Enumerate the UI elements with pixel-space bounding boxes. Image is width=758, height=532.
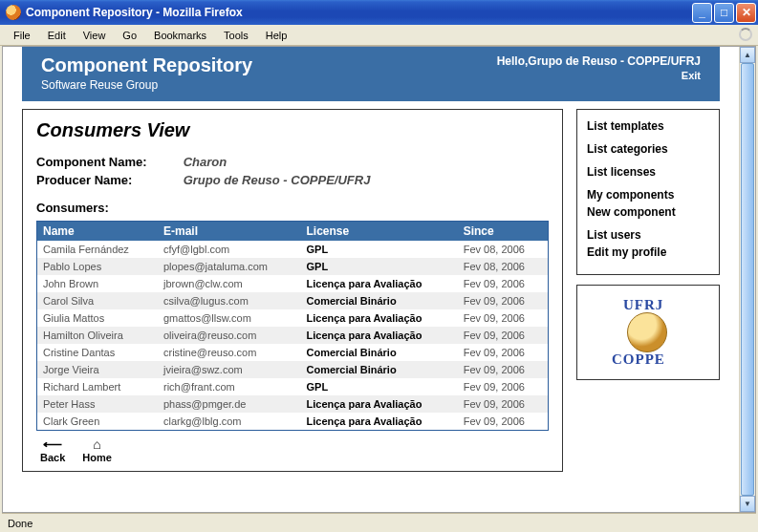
window-titlebar: Component Repository - Mozilla Firefox _…: [0, 0, 758, 25]
table-row: Carol Silvacsilva@lugus.comComercial Bin…: [37, 292, 549, 309]
sidebar: List templates List categories List lice…: [576, 109, 720, 380]
cell-license: Licença para Avaliação: [301, 309, 458, 327]
ufrj-coppe-logo: UFRJ COPPE: [610, 297, 686, 368]
link-list-users[interactable]: List users: [587, 228, 709, 242]
logo-coin-icon: [627, 312, 667, 352]
back-label: Back: [40, 452, 65, 463]
col-email: E-mail: [158, 222, 301, 242]
table-row: Camila Fernándezcfyf@lgbl.comGPLFev 08, …: [37, 241, 549, 258]
minimize-button[interactable]: _: [692, 3, 712, 23]
status-bar: Done: [2, 513, 756, 532]
cell-name: Peter Hass: [37, 395, 159, 413]
cell-since: Fev 09, 2006: [458, 327, 549, 344]
home-label: Home: [82, 452, 112, 463]
vertical-scrollbar[interactable]: ▲ ▼: [739, 47, 755, 512]
menu-bar: File Edit View Go Bookmarks Tools Help: [0, 25, 758, 46]
greeting-text: Hello,Grupo de Reuso - COPPE/UFRJ: [497, 54, 701, 68]
cell-email: plopes@jataluma.com: [158, 258, 301, 275]
cell-name: Giulia Mattos: [37, 309, 159, 327]
table-row: Hamilton Oliveiraoliveira@reuso.comLicen…: [37, 327, 549, 344]
cell-email: gmattos@llsw.com: [158, 309, 301, 327]
table-row: Clark Greenclarkg@lblg.comLicença para A…: [37, 413, 549, 431]
cell-since: Fev 09, 2006: [458, 309, 549, 327]
cell-name: Clark Green: [37, 413, 159, 431]
scroll-track[interactable]: [740, 63, 755, 496]
cell-license: Licença para Avaliação: [301, 275, 458, 292]
cell-license: Licença para Avaliação: [301, 395, 458, 413]
link-list-templates[interactable]: List templates: [587, 119, 709, 133]
scroll-thumb[interactable]: [741, 63, 754, 496]
cell-license: GPL: [301, 378, 458, 395]
cell-email: rich@frant.com: [158, 378, 301, 395]
logo-bottom-text: COPPE: [612, 351, 665, 368]
cell-license: Comercial Binário: [301, 344, 458, 361]
cell-since: Fev 09, 2006: [458, 344, 549, 361]
page-content: Component Repository Software Reuse Grou…: [3, 47, 739, 512]
cell-name: Cristine Dantas: [37, 344, 159, 361]
status-text: Done: [8, 518, 32, 529]
home-link[interactable]: ⌂ Home: [82, 436, 112, 463]
cell-since: Fev 09, 2006: [458, 413, 549, 431]
cell-name: Camila Fernández: [37, 241, 159, 258]
page-heading: Consumers View: [36, 119, 549, 141]
component-name-value: Charon: [184, 155, 227, 169]
maximize-button[interactable]: □: [714, 3, 734, 23]
cell-license: Comercial Binário: [301, 292, 458, 309]
cell-license: Licença para Avaliação: [301, 413, 458, 431]
component-name-label: Component Name:: [36, 155, 180, 169]
exit-link[interactable]: Exit: [682, 70, 701, 81]
link-edit-profile[interactable]: Edit my profile: [587, 245, 709, 259]
menu-view[interactable]: View: [76, 28, 114, 43]
cell-email: cristine@reuso.com: [158, 344, 301, 361]
menu-go[interactable]: Go: [115, 28, 144, 43]
cell-email: jvieira@swz.com: [158, 361, 301, 378]
link-my-components[interactable]: My components: [587, 188, 709, 202]
cell-name: Pablo Lopes: [37, 258, 159, 275]
cell-email: phass@pmger.de: [158, 395, 301, 413]
back-arrow-icon: ⟵: [40, 436, 65, 452]
close-button[interactable]: ✕: [736, 3, 756, 23]
table-row: Richard Lambertrich@frant.comGPLFev 09, …: [37, 378, 549, 395]
app-title: Component Repository: [41, 54, 252, 76]
link-list-licenses[interactable]: List licenses: [587, 165, 709, 179]
cell-since: Fev 09, 2006: [458, 275, 549, 292]
cell-license: Licença para Avaliação: [301, 327, 458, 344]
menu-tools[interactable]: Tools: [216, 28, 256, 43]
firefox-icon: [6, 5, 21, 20]
table-row: Giulia Mattosgmattos@llsw.comLicença par…: [37, 309, 549, 327]
window-buttons: _ □ ✕: [692, 3, 756, 23]
menu-edit[interactable]: Edit: [40, 28, 74, 43]
browser-viewport: ▲ ▼ Component Repository Software Reuse …: [2, 46, 756, 513]
cell-name: Carol Silva: [37, 292, 159, 309]
col-name: Name: [37, 222, 159, 242]
table-row: John Brownjbrown@clw.comLicença para Ava…: [37, 275, 549, 292]
producer-name-label: Producer Name:: [36, 173, 180, 187]
back-link[interactable]: ⟵ Back: [40, 436, 65, 463]
cell-since: Fev 09, 2006: [458, 292, 549, 309]
menu-bookmarks[interactable]: Bookmarks: [146, 28, 214, 43]
link-list-categories[interactable]: List categories: [587, 142, 709, 156]
col-license: License: [301, 222, 458, 242]
cell-name: Richard Lambert: [37, 378, 159, 395]
throbber-icon: [739, 28, 752, 41]
cell-email: cfyf@lgbl.com: [158, 241, 301, 258]
logo-box: UFRJ COPPE: [576, 285, 720, 380]
app-header: Component Repository Software Reuse Grou…: [22, 47, 720, 101]
table-row: Pablo Lopesplopes@jataluma.comGPLFev 08,…: [37, 258, 549, 275]
sidebar-links-box: List templates List categories List lice…: [576, 109, 720, 275]
menu-help[interactable]: Help: [258, 28, 295, 43]
scroll-up-arrow-icon[interactable]: ▲: [740, 47, 755, 63]
table-row: Jorge Vieirajvieira@swz.comComercial Bin…: [37, 361, 549, 378]
link-new-component[interactable]: New component: [587, 205, 709, 219]
cell-email: clarkg@lblg.com: [158, 413, 301, 431]
col-since: Since: [458, 222, 549, 242]
cell-email: csilva@lugus.com: [158, 292, 301, 309]
scroll-down-arrow-icon[interactable]: ▼: [740, 496, 755, 512]
main-panel: Consumers View Component Name: Charon Pr…: [22, 109, 563, 472]
menu-file[interactable]: File: [6, 28, 38, 43]
cell-license: GPL: [301, 241, 458, 258]
table-row: Peter Hassphass@pmger.deLicença para Ava…: [37, 395, 549, 413]
window-title: Component Repository - Mozilla Firefox: [26, 6, 692, 19]
cell-since: Fev 09, 2006: [458, 361, 549, 378]
producer-name-value: Grupo de Reuso - COPPE/UFRJ: [184, 173, 371, 187]
